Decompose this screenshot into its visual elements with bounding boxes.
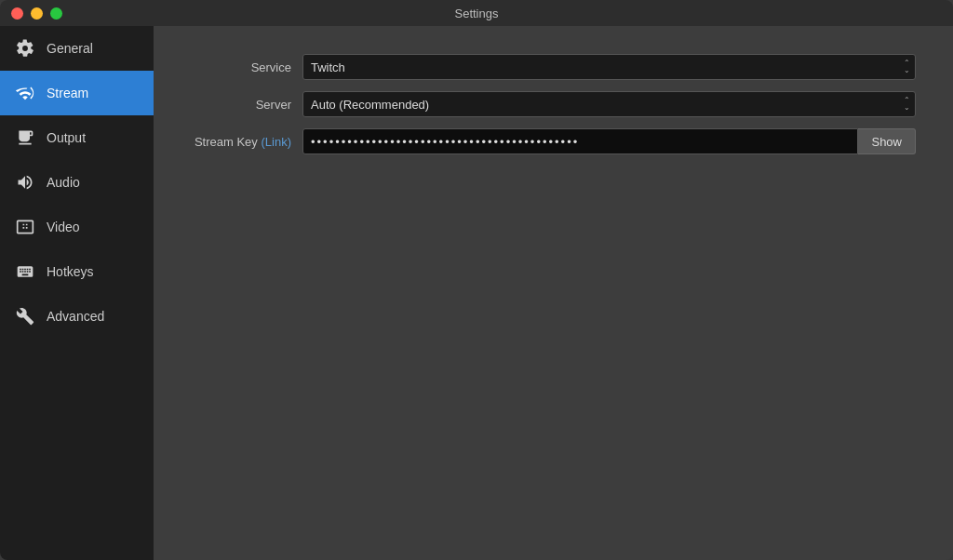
video-label: Video xyxy=(47,220,80,234)
general-label: General xyxy=(47,41,93,56)
sidebar-item-video[interactable]: Video xyxy=(0,205,154,249)
audio-label: Audio xyxy=(47,175,80,190)
stream-key-row: Stream Key (Link) Show xyxy=(191,128,916,154)
sidebar-item-advanced[interactable]: Advanced xyxy=(0,294,154,339)
sidebar-item-stream[interactable]: Stream xyxy=(0,71,154,115)
title-bar: Settings xyxy=(0,0,953,26)
close-button[interactable] xyxy=(11,7,23,20)
video-icon xyxy=(15,217,35,237)
sidebar-item-general[interactable]: General xyxy=(0,26,154,71)
server-row: Server Auto (Recommended) xyxy=(191,91,916,117)
maximize-button[interactable] xyxy=(50,7,62,20)
server-select-wrapper: Auto (Recommended) xyxy=(302,91,916,117)
advanced-label: Advanced xyxy=(47,309,104,324)
sidebar: General Stream Output xyxy=(0,26,154,560)
advanced-icon xyxy=(15,306,35,327)
service-select[interactable]: Twitch xyxy=(302,54,916,80)
gear-icon xyxy=(15,38,35,59)
stream-icon xyxy=(15,83,35,103)
show-button[interactable]: Show xyxy=(858,128,916,154)
stream-key-label: Stream Key (Link) xyxy=(191,135,302,149)
hotkeys-icon xyxy=(15,261,35,282)
main-layout: General Stream Output xyxy=(0,26,953,560)
stream-key-input[interactable] xyxy=(302,128,858,154)
stream-key-link[interactable]: (Link) xyxy=(261,135,291,149)
server-select[interactable]: Auto (Recommended) xyxy=(302,91,916,117)
window-title: Settings xyxy=(455,7,499,20)
window-controls xyxy=(11,7,62,20)
service-row: Service Twitch xyxy=(191,54,916,80)
sidebar-item-hotkeys[interactable]: Hotkeys xyxy=(0,249,154,294)
content-area: Service Twitch Server Auto (Recommended) xyxy=(154,26,953,560)
audio-icon xyxy=(15,172,35,193)
stream-key-input-group: Show xyxy=(302,128,916,154)
stream-label: Stream xyxy=(47,86,88,100)
output-label: Output xyxy=(47,130,86,145)
service-label: Service xyxy=(191,60,302,74)
output-icon xyxy=(15,127,35,148)
service-select-wrapper: Twitch xyxy=(302,54,916,80)
server-label: Server xyxy=(191,98,302,112)
hotkeys-label: Hotkeys xyxy=(47,264,94,279)
sidebar-item-output[interactable]: Output xyxy=(0,115,154,160)
minimize-button[interactable] xyxy=(31,7,43,20)
sidebar-item-audio[interactable]: Audio xyxy=(0,160,154,205)
settings-window: Settings General Str xyxy=(0,0,953,560)
